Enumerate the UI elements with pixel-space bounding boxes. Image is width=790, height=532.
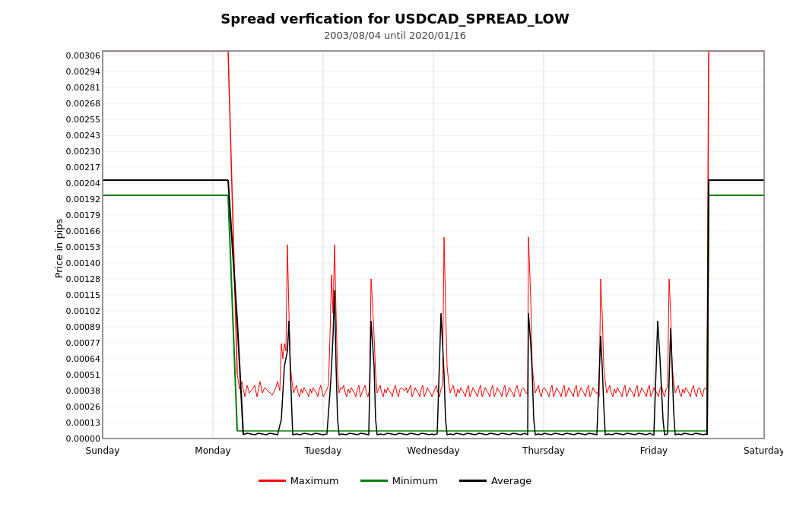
main-chart-svg: Price in pips 0.00000 0.00013 0.00026 0.… (53, 47, 783, 469)
legend-maximum-label: Maximum (290, 475, 339, 486)
svg-text:0.00140: 0.00140 (65, 258, 100, 268)
legend-minimum-label: Minimum (392, 475, 438, 486)
legend-maximum: Maximum (259, 475, 339, 486)
svg-text:0.00166: 0.00166 (65, 226, 100, 236)
svg-text:0.00255: 0.00255 (65, 115, 100, 125)
chart-title: Spread verfication for USDCAD_SPREAD_LOW (221, 11, 569, 27)
legend-average-label: Average (491, 475, 531, 486)
svg-text:0.00192: 0.00192 (65, 195, 100, 204)
y-axis-label: Price in pips (53, 218, 65, 278)
legend-average: Average (459, 475, 531, 486)
svg-text:0.00038: 0.00038 (65, 386, 100, 396)
chart-legend: Maximum Minimum Average (259, 475, 532, 486)
svg-text:0.00013: 0.00013 (65, 418, 100, 428)
legend-minimum-line (360, 480, 388, 482)
svg-text:0.00089: 0.00089 (65, 322, 100, 332)
svg-text:0.00217: 0.00217 (65, 163, 100, 173)
chart-container: Spread verfication for USDCAD_SPREAD_LOW… (0, 0, 790, 532)
svg-text:0.00077: 0.00077 (65, 338, 100, 348)
svg-text:0.00281: 0.00281 (65, 83, 100, 93)
svg-text:Friday: Friday (639, 445, 667, 456)
svg-text:0.00026: 0.00026 (65, 402, 100, 412)
svg-text:0.00153: 0.00153 (65, 242, 100, 252)
svg-text:0.00243: 0.00243 (65, 131, 100, 141)
svg-text:Monday: Monday (195, 445, 230, 456)
svg-text:0.00268: 0.00268 (65, 99, 100, 109)
chart-subtitle: 2003/08/04 until 2020/01/16 (324, 30, 466, 41)
svg-text:0.00306: 0.00306 (65, 51, 100, 61)
x-axis-ticks: Sunday Monday Tuesday Wednesday Thursday… (85, 445, 782, 456)
legend-maximum-line (259, 480, 286, 482)
svg-text:0.00294: 0.00294 (65, 67, 100, 77)
svg-text:0.00102: 0.00102 (65, 306, 100, 316)
chart-area: Price in pips 0.00000 0.00013 0.00026 0.… (53, 47, 783, 469)
svg-text:0.00000: 0.00000 (65, 434, 100, 444)
svg-text:Sunday: Sunday (85, 445, 119, 456)
svg-text:0.00179: 0.00179 (65, 211, 100, 220)
legend-average-line (459, 480, 487, 482)
svg-text:Tuesday: Tuesday (303, 445, 341, 456)
svg-text:0.00064: 0.00064 (65, 354, 100, 364)
svg-text:0.00230: 0.00230 (65, 147, 100, 157)
svg-text:0.00128: 0.00128 (65, 274, 100, 284)
legend-minimum: Minimum (360, 475, 438, 486)
svg-text:0.00204: 0.00204 (65, 179, 100, 188)
svg-text:0.00115: 0.00115 (65, 290, 100, 300)
svg-text:0.00051: 0.00051 (65, 370, 100, 380)
svg-text:Saturday: Saturday (743, 445, 782, 456)
svg-text:Thursday: Thursday (522, 445, 565, 456)
svg-text:Wednesday: Wednesday (407, 445, 459, 456)
